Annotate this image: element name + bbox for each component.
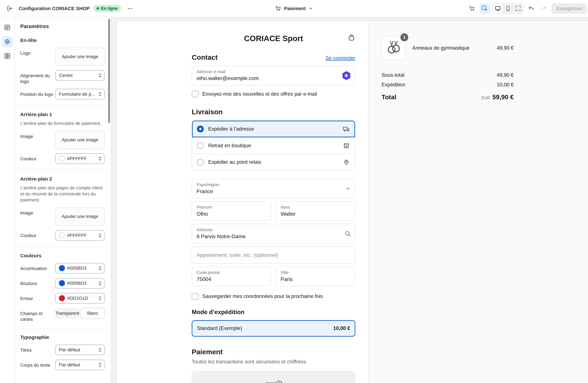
section-title-colors: Couleurs [20,253,105,258]
divider [15,170,111,170]
country-select[interactable]: Pays/région France [192,179,355,198]
redo-button[interactable] [539,3,549,14]
section-title-typography: Typographie [20,335,105,340]
cart-preview-button[interactable] [467,3,477,14]
divider [15,247,111,247]
save-button[interactable]: Enregistrer [551,3,587,14]
stepper-icon [98,232,102,238]
card-alert-icon [265,380,283,383]
buttons-color-label: Boutons [20,278,55,289]
desktop-view-button[interactable] [493,4,503,13]
online-dot-icon [96,7,99,10]
apps-tab-button[interactable] [2,50,13,62]
panel-scrollbar[interactable] [108,19,110,123]
more-actions-button[interactable] [125,3,135,14]
accent-color-select[interactable]: #005BD3 [55,263,105,273]
zip-field[interactable]: Code postal [192,267,271,286]
bg2-color-label: Couleur [20,230,55,241]
bg2-image-upload-button[interactable]: Ajouter une image [55,207,105,225]
delivery-option-pickup[interactable]: Retrait en boutique [192,137,355,154]
total-value: 59,90 € [492,93,514,101]
radio-checked-icon [197,126,204,132]
shipping-row: Expédition 10,00 € [382,82,514,88]
newsletter-checkbox[interactable] [192,90,198,97]
email-field[interactable]: Adresse e-mail [192,66,355,85]
email-input[interactable] [197,75,340,81]
fullscreen-icon [515,5,521,12]
page-selector-dropdown[interactable]: Paiement [272,3,316,14]
bg1-description: L’arrière-plan du formulaire de paiement… [20,120,105,126]
address2-field[interactable] [192,246,355,264]
section-title-bg1: Arrière-plan 1 [20,112,105,117]
preview-area: CORIACE Sport Contact Se connecter [111,17,588,383]
stepper-icon [98,73,102,78]
editor-rail [0,17,15,383]
exit-icon [6,5,13,12]
delivery-option-ship[interactable]: Expédier à l’adresse [192,121,355,137]
city-field[interactable]: Ville [276,267,356,286]
device-preview-toggle [492,3,524,14]
cart-line-item: 1 Anneaux de gymnastique 49,90 € [382,36,514,60]
bg1-color-select[interactable]: #FFFFFF [55,153,105,164]
bg2-color-select[interactable]: #FFFFFF [55,230,105,241]
fields-white-option[interactable]: Blanc [81,308,105,318]
last-name-field[interactable]: Nom [276,201,356,221]
stepper-icon [98,91,102,97]
store-icon [343,142,350,149]
status-badge: En ligne [93,5,121,12]
address-field[interactable]: Adresse [192,224,355,243]
color-swatch [59,232,65,238]
mobile-icon [505,5,511,12]
shipping-method-price: 10,00 € [333,325,350,331]
mobile-view-button[interactable] [503,4,513,13]
login-link[interactable]: Se connecter [325,55,355,61]
color-swatch [59,280,65,286]
inspector-toggle-button[interactable] [480,3,490,14]
subtotal-row: Sous-total 49,90 € [382,72,514,78]
payment-subtitle: Toutes les transactions sont sécurisées … [192,359,355,365]
delivery-option-relay[interactable]: Expédier au point relais [192,154,355,170]
zip-input[interactable] [197,276,256,282]
shipping-method-option[interactable]: Standard (Exemple) 10,00 € [192,320,355,337]
color-swatch [59,156,65,162]
sections-icon [4,24,11,31]
stepper-icon [98,362,102,368]
settings-tab-button[interactable] [2,36,13,47]
save-info-checkbox[interactable] [192,293,198,300]
bg1-image-upload-button[interactable]: Ajouter une image [55,131,105,149]
color-swatch [59,295,65,301]
logo-upload-button[interactable]: Ajouter une image [55,48,105,66]
fields-transparent-option[interactable]: Transparent [55,308,79,318]
last-name-input[interactable] [281,211,340,217]
address-input[interactable] [197,233,340,240]
address2-input[interactable] [197,252,340,258]
delivery-options-group: Expédier à l’adresse Re [192,120,355,171]
bg1-image-label: Image [20,131,55,149]
delivery-heading: Livraison [192,108,355,116]
shop-pay-icon[interactable] [342,71,351,80]
logo-position-select[interactable]: Formulaire de paie... [55,89,105,99]
fullscreen-view-button[interactable] [513,4,523,13]
body-font-select[interactable]: Par défaut [55,360,105,370]
bg2-description: L’arrière-plan des pages de compte clien… [20,185,105,203]
error-color-select[interactable]: #DD1D1D [55,293,105,303]
product-name: Anneaux de gymnastique [412,45,490,51]
stepper-icon [98,156,102,161]
redo-icon [541,5,547,12]
city-input[interactable] [281,276,340,282]
first-name-input[interactable] [197,211,256,217]
exit-editor-button[interactable] [4,3,15,14]
error-color-label: Erreur [20,293,55,303]
total-label: Total [382,93,396,101]
buttons-color-select[interactable]: #005BD3 [55,278,105,289]
section-title-header: En-tête [20,38,105,43]
shopping-bag-icon[interactable] [348,33,355,41]
body-font-label: Corps du texte [20,360,55,370]
logo-align-select[interactable]: Centre [55,70,105,81]
truck-icon [343,125,350,133]
newsletter-label: Envoyez-moi des nouvelles et des offres … [202,91,317,97]
undo-button[interactable] [526,3,536,14]
first-name-field[interactable]: Prénom [192,201,271,221]
titles-font-select[interactable]: Par défaut [55,345,105,355]
sections-tab-button[interactable] [2,22,13,33]
